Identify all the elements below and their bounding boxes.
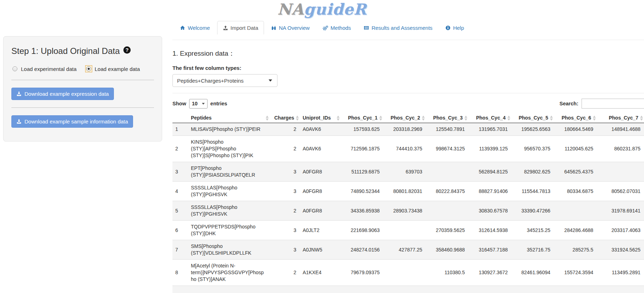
search-control: Search: — [560, 99, 644, 109]
uniprot-cell: A0JNW5 — [300, 240, 341, 260]
upload-icon — [223, 25, 228, 31]
tab-methods[interactable]: Methods — [317, 21, 357, 34]
radio-load-example-data[interactable]: Load example data — [85, 65, 140, 72]
charge-cell: 3 — [270, 182, 300, 201]
sort-arrows-icon — [550, 116, 553, 121]
sort-arrows-icon — [296, 116, 299, 121]
value-cell — [383, 221, 426, 240]
download-icon — [16, 119, 22, 124]
row-index-cell: 5 — [172, 201, 188, 221]
table-body: 1MLISAVS[Phospho (STY)]PEIR2A0AVK6157593… — [172, 123, 644, 286]
value-cell: 130927.3672 — [468, 260, 511, 286]
value-cell: 148941.4688 — [597, 123, 644, 136]
download-icon — [16, 91, 22, 96]
logo-na: NA — [277, 0, 304, 18]
value-cell: 312614.5938 — [468, 221, 511, 240]
column-header-peptides[interactable]: Peptides — [188, 113, 270, 123]
column-header-index — [172, 113, 188, 123]
tab-na-overview[interactable]: NA Overview — [265, 21, 315, 34]
tab-label: Results and Assessments — [371, 25, 433, 31]
column-header-phos_cyc_4[interactable]: Phos_Cyc_4 — [468, 113, 511, 123]
value-cell: 860231.875 — [597, 136, 644, 162]
sort-arrows-icon — [593, 116, 596, 121]
caret-down-icon — [202, 103, 205, 105]
column-header-charges[interactable]: Charges — [270, 113, 300, 123]
column-header-phos_cyc_1[interactable]: Phos_Cyc_1 — [341, 113, 383, 123]
download-expression-label: Download example expression data — [24, 91, 109, 97]
charge-cell: 2 — [270, 201, 300, 221]
radio-load-experimental-data[interactable]: Load experimental data — [11, 65, 77, 72]
home-icon — [180, 25, 185, 31]
tab-label: Help — [453, 25, 464, 31]
sort-arrows-icon — [640, 116, 643, 121]
column-types-select[interactable]: Peptides+Charges+Proteins — [172, 74, 277, 87]
row-index-cell: 7 — [172, 240, 188, 260]
charge-cell: 3 — [270, 221, 300, 240]
nav-tabs: WelcomeImport DataNA OverviewMethodsResu… — [0, 20, 644, 34]
value-cell: 270359.5625 — [426, 221, 468, 240]
uniprot-cell: A0JLT2 — [300, 221, 341, 240]
tab-results-and-assessments[interactable]: Results and Assessments — [358, 21, 438, 34]
column-header-label: Peptides — [191, 115, 211, 121]
peptide-cell: SSSSLLAS[Phospho (STY)]PGHISVK — [188, 182, 270, 201]
value-cell: 155724.3594 — [554, 260, 597, 286]
search-input[interactable] — [582, 99, 644, 109]
sort-arrows-icon — [266, 116, 269, 121]
app-logo: NAguideR — [277, 1, 367, 18]
row-index-cell: 1 — [172, 123, 188, 136]
page-length-select[interactable]: 10 — [189, 99, 208, 109]
tab-import-data[interactable]: Import Data — [217, 21, 264, 34]
row-index-cell: 6 — [172, 221, 188, 240]
panel-title: Step 1: Upload Original Data ? — [11, 46, 154, 56]
caret-down-icon — [269, 79, 272, 82]
table-row: 5SSSSLLAS[Phospho (STY)]PGHISVK2A0FGR834… — [172, 201, 644, 221]
uniprot-cell: A1KXE4 — [300, 260, 341, 286]
radio-label: Load example data — [95, 66, 140, 72]
value-cell: 427877.25 — [383, 240, 426, 260]
tab-help[interactable]: Help — [440, 21, 470, 34]
table-row: 4SSSSLLAS[Phospho (STY)]PGHISVK3A0FGR874… — [172, 182, 644, 201]
column-header-label: Phos_Cyc_2 — [391, 115, 420, 121]
peptide-cell: MLISAVS[Phospho (STY)]PEIR — [188, 123, 270, 136]
download-sample-info-button[interactable]: Download example sample information data — [11, 115, 133, 128]
table-row-partial — [172, 286, 644, 293]
column-header-phos_cyc_5[interactable]: Phos_Cyc_5 — [511, 113, 554, 123]
column-header-uniprot_ids[interactable]: Uniprot_IDs — [300, 113, 341, 123]
svg-text:?: ? — [125, 47, 128, 53]
info-icon — [445, 25, 451, 31]
column-header-label: Phos_Cyc_3 — [433, 115, 463, 121]
table-row: 2KINS[Phospho (STY)]APS[Phospho (STY)]S[… — [172, 136, 644, 162]
tab-welcome[interactable]: Welcome — [174, 21, 215, 34]
column-header-label: Phos_Cyc_5 — [519, 115, 548, 121]
value-cell: 285275.5 — [554, 240, 597, 260]
value-cell — [597, 162, 644, 182]
value-cell: 829802.625 — [511, 162, 554, 182]
column-header-phos_cyc_7[interactable]: Phos_Cyc_7 — [597, 113, 644, 123]
peptide-cell: SMS[Phospho (STY)]VDLSHIPLKDPLLFK — [188, 240, 270, 260]
table-row: 1MLISAVS[Phospho (STY)]PEIR2A0AVK6157593… — [172, 123, 644, 136]
logo-guider: guideR — [304, 0, 367, 18]
value-cell: 74890.52344 — [341, 182, 383, 201]
download-sample-info-label: Download example sample information data — [24, 118, 128, 125]
radio-label: Load experimental data — [21, 66, 77, 72]
value-cell: 345215.25 — [511, 221, 554, 240]
value-cell: 511129.6875 — [341, 162, 383, 182]
column-header-phos_cyc_6[interactable]: Phos_Cyc_6 — [554, 113, 597, 123]
column-types-label: The first few column types: — [172, 65, 644, 71]
row-index-cell: 4 — [172, 182, 188, 201]
table-controls: Show 10 entries Search: — [172, 99, 644, 109]
question-icon[interactable]: ? — [123, 46, 131, 56]
download-expression-button[interactable]: Download example expression data — [11, 88, 114, 100]
value-cell — [426, 201, 468, 221]
show-label: Show — [172, 101, 186, 106]
page-length-control: Show 10 entries — [172, 99, 227, 109]
row-index-cell: 2 — [172, 136, 188, 162]
table-row: 7SMS[Phospho (STY)]VDLSHIPLKDPLLFK3A0JNW… — [172, 240, 644, 260]
value-cell: 125540.7891 — [426, 123, 468, 136]
column-header-phos_cyc_3[interactable]: Phos_Cyc_3 — [426, 113, 468, 123]
value-cell: 331924.5625 — [597, 240, 644, 260]
radio-button-icon — [85, 65, 92, 72]
peptide-cell: SSSSLLAS[Phospho (STY)]PGHISVK — [188, 201, 270, 221]
uniprot-cell: A0FGR8 — [300, 182, 341, 201]
column-header-phos_cyc_2[interactable]: Phos_Cyc_2 — [383, 113, 426, 123]
